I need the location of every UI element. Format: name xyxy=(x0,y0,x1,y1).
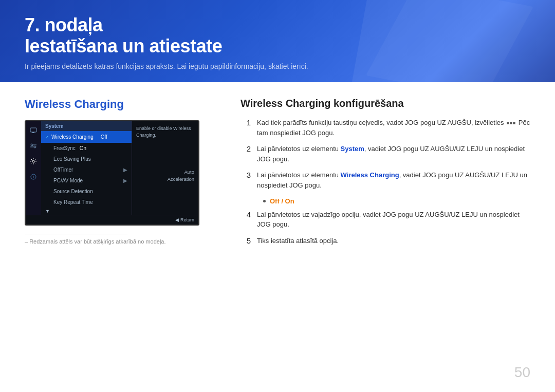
icon-info: i xyxy=(28,172,39,182)
step-2: 2 Lai pārvietotos uz elementu System, va… xyxy=(240,144,530,164)
monitor-screenshot: i System ✓ Wireless Charging Off FreeSyn… xyxy=(25,120,199,226)
main-content: Wireless Charging xyxy=(0,82,555,262)
menu-header: System xyxy=(41,121,132,131)
step-number-5: 5 xyxy=(240,236,251,245)
icon-monitor xyxy=(28,125,39,136)
bullet-item: Off / On xyxy=(240,196,530,207)
header-banner: 7. nodaļa Iestatīšana un atiestate Ir pi… xyxy=(0,0,555,82)
option-acceleration: Acceleration xyxy=(136,176,194,182)
steps-list: 1 Kad tiek parādīts funkciju taustiņu ce… xyxy=(240,118,530,246)
icon-adjust xyxy=(28,141,39,151)
bullet-text: Off / On xyxy=(270,196,294,207)
svg-text:i: i xyxy=(33,175,34,179)
right-panel-options: Auto Acceleration xyxy=(136,169,194,182)
menu-item-sourcedetection: Source Detection xyxy=(41,186,132,197)
step-text-3: Lai pārvietotos uz elementu Wireless Cha… xyxy=(257,170,530,190)
svg-rect-1 xyxy=(32,132,34,133)
header-subtitle: Ir pieejams detalizēts katras funkcijas … xyxy=(25,62,530,70)
step-5: 5 Tiks iestatīta atlasītā opcija. xyxy=(240,236,530,246)
return-button: ◀ Return xyxy=(175,217,194,222)
step-text-5: Tiks iestatīta atlasītā opcija. xyxy=(257,236,530,246)
option-auto: Auto xyxy=(136,169,194,175)
svg-rect-0 xyxy=(30,128,36,132)
right-column: Wireless Charging konfigurēšana 1 Kad ti… xyxy=(240,98,530,252)
svg-point-3 xyxy=(34,146,36,148)
svg-point-6 xyxy=(32,160,34,162)
bullet-dot xyxy=(263,200,266,202)
step-number-1: 1 xyxy=(240,118,251,127)
section-title: Wireless Charging xyxy=(25,98,220,111)
menu-item-pcavmode: PC/AV Mode ▶ xyxy=(41,175,132,186)
menu-item-offtimer: OffTimer ▶ xyxy=(41,164,132,175)
step-text-2: Lai pārvietotos uz elementu System, vadi… xyxy=(257,144,530,164)
step-4: 4 Lai pārvietotos uz vajadzīgo opciju, v… xyxy=(240,210,530,230)
step-number-3: 3 xyxy=(240,170,251,179)
menu-item-ecosaving: Eco Saving Plus xyxy=(41,154,132,164)
note-divider xyxy=(25,234,127,234)
monitor-topbar: i System ✓ Wireless Charging Off FreeSyn… xyxy=(26,121,198,215)
right-panel-description: Enable or disable Wireless Charging. xyxy=(136,125,194,138)
config-title: Wireless Charging konfigurēšana xyxy=(240,98,530,109)
step-number-4: 4 xyxy=(240,210,251,219)
menu-item-freesync: FreeSync On xyxy=(41,143,132,154)
menu-item-keyrepeat: Key Repeat Time xyxy=(41,197,132,208)
note-text: – Redzamais attēls var būt atšķirīgs atk… xyxy=(25,238,220,245)
monitor-footer: ◀ Return xyxy=(26,215,198,225)
chapter-title: 7. nodaļa Iestatīšana un atiestate xyxy=(25,14,530,57)
step-number-2: 2 xyxy=(240,144,251,153)
page-number: 50 xyxy=(514,364,530,381)
left-column: Wireless Charging xyxy=(25,98,220,252)
step-1: 1 Kad tiek parādīts funkciju taustiņu ce… xyxy=(240,118,530,138)
sidebar-icons: i xyxy=(26,121,41,215)
step-text-4: Lai pārvietotos uz vajadzīgo opciju, vad… xyxy=(257,210,530,230)
step-3: 3 Lai pārvietotos uz elementu Wireless C… xyxy=(240,170,530,190)
menu-area: System ✓ Wireless Charging Off FreeSync … xyxy=(41,121,132,215)
step-text-1: Kad tiek parādīts funkciju taustiņu ceļv… xyxy=(257,118,530,138)
svg-point-2 xyxy=(31,144,33,146)
icon-settings xyxy=(28,156,39,166)
right-panel: Enable or disable Wireless Charging. Aut… xyxy=(132,121,198,215)
menu-item-wireless: ✓ Wireless Charging Off xyxy=(41,131,132,143)
